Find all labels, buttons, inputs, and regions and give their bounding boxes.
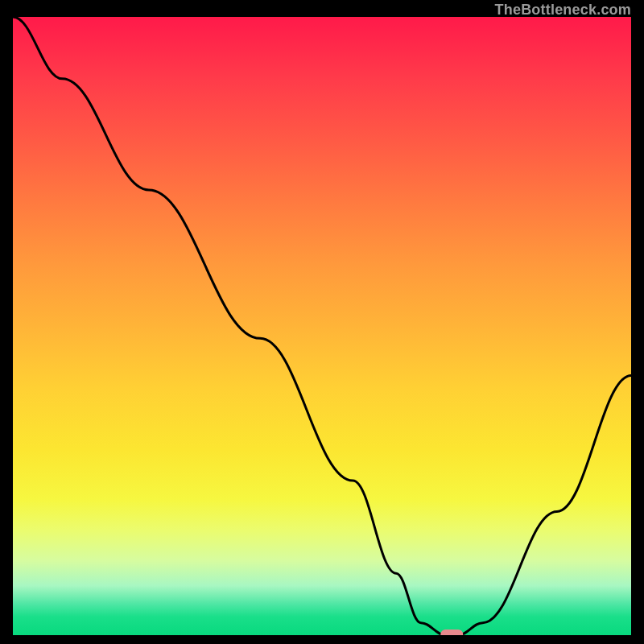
optimal-marker [440, 630, 463, 635]
bottleneck-curve-line [13, 17, 631, 635]
chart-overlay [13, 17, 631, 635]
chart-wrap: TheBottleneck.com [0, 0, 644, 644]
watermark-text: TheBottleneck.com [495, 2, 631, 19]
